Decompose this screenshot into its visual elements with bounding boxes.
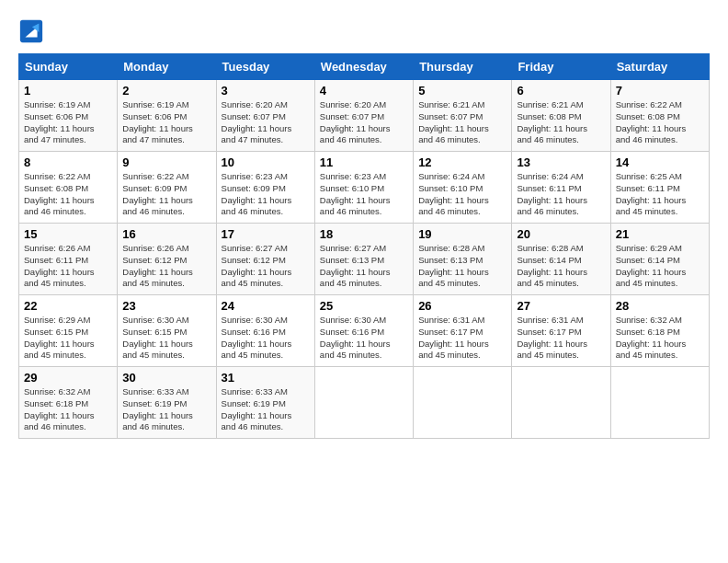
day-cell: 29Sunrise: 6:32 AM Sunset: 6:18 PM Dayli… <box>19 367 118 439</box>
day-number: 15 <box>24 227 112 241</box>
day-number: 10 <box>222 155 310 169</box>
day-cell: 14Sunrise: 6:25 AM Sunset: 6:11 PM Dayli… <box>610 152 709 224</box>
day-number: 26 <box>418 299 506 313</box>
day-info: Sunrise: 6:29 AM Sunset: 6:15 PM Dayligh… <box>24 315 112 362</box>
day-cell: 12Sunrise: 6:24 AM Sunset: 6:10 PM Dayli… <box>414 152 512 224</box>
weekday-header: Monday <box>118 54 216 80</box>
calendar-header: SundayMondayTuesdayWednesdayThursdayFrid… <box>19 54 710 80</box>
weekday-header: Thursday <box>414 54 512 80</box>
day-number: 3 <box>222 84 310 98</box>
day-info: Sunrise: 6:23 AM Sunset: 6:10 PM Dayligh… <box>320 171 408 218</box>
day-cell: 4Sunrise: 6:20 AM Sunset: 6:07 PM Daylig… <box>314 80 413 152</box>
day-cell: 16Sunrise: 6:26 AM Sunset: 6:12 PM Dayli… <box>118 224 216 295</box>
day-info: Sunrise: 6:32 AM Sunset: 6:18 PM Dayligh… <box>616 315 704 362</box>
day-info: Sunrise: 6:31 AM Sunset: 6:17 PM Dayligh… <box>517 315 605 362</box>
day-cell: 6Sunrise: 6:21 AM Sunset: 6:08 PM Daylig… <box>512 80 610 152</box>
day-cell: 5Sunrise: 6:21 AM Sunset: 6:07 PM Daylig… <box>414 80 512 152</box>
day-info: Sunrise: 6:24 AM Sunset: 6:10 PM Dayligh… <box>418 171 506 218</box>
day-cell: 24Sunrise: 6:30 AM Sunset: 6:16 PM Dayli… <box>216 295 314 367</box>
day-info: Sunrise: 6:22 AM Sunset: 6:09 PM Dayligh… <box>122 171 210 218</box>
calendar-body: 1Sunrise: 6:19 AM Sunset: 6:06 PM Daylig… <box>19 80 710 439</box>
day-cell: 1Sunrise: 6:19 AM Sunset: 6:06 PM Daylig… <box>19 80 118 152</box>
week-row: 22Sunrise: 6:29 AM Sunset: 6:15 PM Dayli… <box>19 295 710 367</box>
day-cell: 25Sunrise: 6:30 AM Sunset: 6:16 PM Dayli… <box>314 295 413 367</box>
day-cell: 26Sunrise: 6:31 AM Sunset: 6:17 PM Dayli… <box>414 295 512 367</box>
day-cell: 17Sunrise: 6:27 AM Sunset: 6:12 PM Dayli… <box>216 224 314 295</box>
day-cell <box>512 367 610 439</box>
header <box>18 18 710 44</box>
weekday-header: Saturday <box>610 54 709 80</box>
day-info: Sunrise: 6:22 AM Sunset: 6:08 PM Dayligh… <box>24 171 112 218</box>
day-number: 17 <box>222 227 310 241</box>
day-cell: 19Sunrise: 6:28 AM Sunset: 6:13 PM Dayli… <box>414 224 512 295</box>
day-info: Sunrise: 6:21 AM Sunset: 6:08 PM Dayligh… <box>517 99 605 146</box>
day-number: 16 <box>122 227 210 241</box>
day-cell: 9Sunrise: 6:22 AM Sunset: 6:09 PM Daylig… <box>118 152 216 224</box>
week-row: 29Sunrise: 6:32 AM Sunset: 6:18 PM Dayli… <box>19 367 710 439</box>
day-info: Sunrise: 6:26 AM Sunset: 6:12 PM Dayligh… <box>122 243 210 290</box>
day-number: 21 <box>616 227 704 241</box>
day-info: Sunrise: 6:32 AM Sunset: 6:18 PM Dayligh… <box>24 386 112 433</box>
day-info: Sunrise: 6:25 AM Sunset: 6:11 PM Dayligh… <box>616 171 704 218</box>
day-number: 29 <box>24 371 112 385</box>
week-row: 1Sunrise: 6:19 AM Sunset: 6:06 PM Daylig… <box>19 80 710 152</box>
weekday-row: SundayMondayTuesdayWednesdayThursdayFrid… <box>19 54 710 80</box>
day-info: Sunrise: 6:33 AM Sunset: 6:19 PM Dayligh… <box>122 386 210 433</box>
day-number: 5 <box>418 84 506 98</box>
day-cell <box>414 367 512 439</box>
day-number: 6 <box>517 84 605 98</box>
day-cell: 7Sunrise: 6:22 AM Sunset: 6:08 PM Daylig… <box>610 80 709 152</box>
day-info: Sunrise: 6:19 AM Sunset: 6:06 PM Dayligh… <box>24 99 112 146</box>
day-cell: 18Sunrise: 6:27 AM Sunset: 6:13 PM Dayli… <box>314 224 413 295</box>
day-cell: 2Sunrise: 6:19 AM Sunset: 6:06 PM Daylig… <box>118 80 216 152</box>
day-cell: 11Sunrise: 6:23 AM Sunset: 6:10 PM Dayli… <box>314 152 413 224</box>
day-number: 30 <box>122 371 210 385</box>
day-info: Sunrise: 6:24 AM Sunset: 6:11 PM Dayligh… <box>517 171 605 218</box>
day-number: 7 <box>616 84 704 98</box>
day-cell: 22Sunrise: 6:29 AM Sunset: 6:15 PM Dayli… <box>19 295 118 367</box>
day-number: 22 <box>24 299 112 313</box>
day-number: 4 <box>320 84 408 98</box>
day-number: 9 <box>122 155 210 169</box>
day-info: Sunrise: 6:33 AM Sunset: 6:19 PM Dayligh… <box>222 386 310 433</box>
day-number: 11 <box>320 155 408 169</box>
svg-rect-0 <box>20 20 42 42</box>
week-row: 15Sunrise: 6:26 AM Sunset: 6:11 PM Dayli… <box>19 224 710 295</box>
day-info: Sunrise: 6:30 AM Sunset: 6:16 PM Dayligh… <box>222 315 310 362</box>
day-info: Sunrise: 6:20 AM Sunset: 6:07 PM Dayligh… <box>320 99 408 146</box>
day-cell: 13Sunrise: 6:24 AM Sunset: 6:11 PM Dayli… <box>512 152 610 224</box>
day-number: 19 <box>418 227 506 241</box>
weekday-header: Wednesday <box>314 54 413 80</box>
day-cell: 30Sunrise: 6:33 AM Sunset: 6:19 PM Dayli… <box>118 367 216 439</box>
day-info: Sunrise: 6:19 AM Sunset: 6:06 PM Dayligh… <box>122 99 210 146</box>
day-info: Sunrise: 6:28 AM Sunset: 6:13 PM Dayligh… <box>418 243 506 290</box>
day-cell: 23Sunrise: 6:30 AM Sunset: 6:15 PM Dayli… <box>118 295 216 367</box>
day-number: 20 <box>517 227 605 241</box>
day-number: 28 <box>616 299 704 313</box>
day-info: Sunrise: 6:20 AM Sunset: 6:07 PM Dayligh… <box>222 99 310 146</box>
logo-icon <box>18 18 44 44</box>
week-row: 8Sunrise: 6:22 AM Sunset: 6:08 PM Daylig… <box>19 152 710 224</box>
day-number: 23 <box>122 299 210 313</box>
day-info: Sunrise: 6:29 AM Sunset: 6:14 PM Dayligh… <box>616 243 704 290</box>
day-number: 12 <box>418 155 506 169</box>
weekday-header: Friday <box>512 54 610 80</box>
day-info: Sunrise: 6:23 AM Sunset: 6:09 PM Dayligh… <box>222 171 310 218</box>
logo <box>18 18 48 44</box>
weekday-header: Tuesday <box>216 54 314 80</box>
day-info: Sunrise: 6:27 AM Sunset: 6:12 PM Dayligh… <box>222 243 310 290</box>
day-number: 24 <box>222 299 310 313</box>
day-number: 1 <box>24 84 112 98</box>
day-info: Sunrise: 6:21 AM Sunset: 6:07 PM Dayligh… <box>418 99 506 146</box>
calendar-table: SundayMondayTuesdayWednesdayThursdayFrid… <box>18 53 710 439</box>
day-info: Sunrise: 6:27 AM Sunset: 6:13 PM Dayligh… <box>320 243 408 290</box>
day-cell: 10Sunrise: 6:23 AM Sunset: 6:09 PM Dayli… <box>216 152 314 224</box>
day-number: 31 <box>222 371 310 385</box>
day-info: Sunrise: 6:26 AM Sunset: 6:11 PM Dayligh… <box>24 243 112 290</box>
day-cell: 8Sunrise: 6:22 AM Sunset: 6:08 PM Daylig… <box>19 152 118 224</box>
day-number: 14 <box>616 155 704 169</box>
day-number: 18 <box>320 227 408 241</box>
day-number: 25 <box>320 299 408 313</box>
day-info: Sunrise: 6:31 AM Sunset: 6:17 PM Dayligh… <box>418 315 506 362</box>
day-number: 2 <box>122 84 210 98</box>
